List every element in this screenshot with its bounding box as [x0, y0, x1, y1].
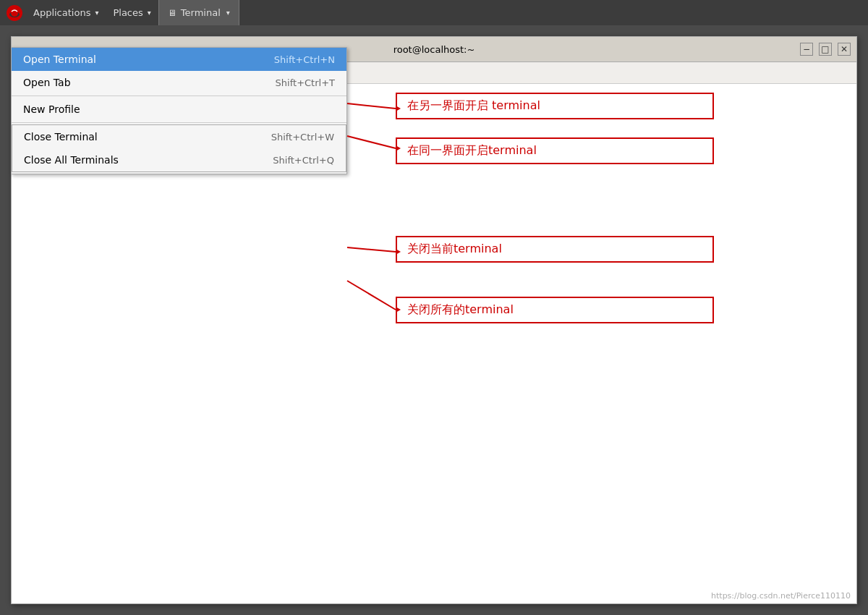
window-controls: − □ ✕ — [800, 43, 851, 56]
annotation-open-terminal: 在另一界面开启 terminal — [396, 93, 714, 119]
close-all-label: Close All Terminals — [24, 154, 119, 166]
window-title: root@localhost:~ — [393, 44, 475, 55]
menu-open-tab[interactable]: Open Tab Shift+Ctrl+T — [12, 71, 346, 94]
close-terminal-shortcut: Shift+Ctrl+W — [271, 132, 334, 143]
open-tab-label: Open Tab — [23, 77, 71, 88]
terminal-arrow-icon: ▾ — [226, 9, 230, 17]
places-label: Places — [113, 7, 142, 18]
annotation-open-tab: 在同一界面开启terminal — [396, 137, 714, 164]
open-terminal-shortcut: Shift+Ctrl+N — [274, 54, 335, 65]
terminal-tab[interactable]: 🖥 Terminal ▾ — [158, 0, 239, 25]
menu-close-terminal[interactable]: Close Terminal Shift+Ctrl+W — [12, 125, 346, 148]
minimize-button[interactable]: − — [800, 43, 813, 56]
watermark: https://blog.csdn.net/Pierce110110 — [711, 591, 851, 601]
menu-new-profile[interactable]: New Profile — [12, 98, 346, 121]
close-all-shortcut: Shift+Ctrl+Q — [273, 155, 334, 166]
redhat-logo-icon — [6, 4, 23, 22]
file-dropdown-menu: Open Terminal Shift+Ctrl+N Open Tab Shif… — [11, 47, 347, 174]
open-terminal-label: Open Terminal — [23, 54, 96, 65]
applications-label: Applications — [33, 7, 90, 18]
places-arrow-icon: ▾ — [148, 9, 151, 17]
applications-arrow-icon: ▾ — [95, 9, 98, 17]
applications-menu[interactable]: Applications ▾ — [26, 0, 106, 25]
terminal-tab-label: Terminal — [181, 7, 221, 18]
annotation-close-all: 关闭所有的terminal — [396, 297, 714, 323]
maximize-button[interactable]: □ — [819, 43, 832, 56]
close-button[interactable]: ✕ — [838, 43, 851, 56]
new-profile-label: New Profile — [23, 103, 80, 115]
terminal-tab-icon: 🖥 — [168, 8, 176, 18]
places-menu[interactable]: Places ▾ — [106, 0, 158, 25]
open-tab-shortcut: Shift+Ctrl+T — [276, 77, 335, 88]
annotation-close-terminal: 关闭当前terminal — [396, 236, 714, 263]
separator-1 — [12, 96, 346, 96]
close-group: Close Terminal Shift+Ctrl+W Close All Te… — [12, 124, 346, 172]
menu-open-terminal[interactable]: Open Terminal Shift+Ctrl+N — [12, 48, 346, 71]
close-terminal-label: Close Terminal — [24, 131, 98, 143]
system-bar: Applications ▾ Places ▾ 🖥 Terminal ▾ — [0, 0, 868, 25]
separator-2 — [12, 122, 346, 123]
menu-close-all-terminals[interactable]: Close All Terminals Shift+Ctrl+Q — [12, 148, 346, 171]
